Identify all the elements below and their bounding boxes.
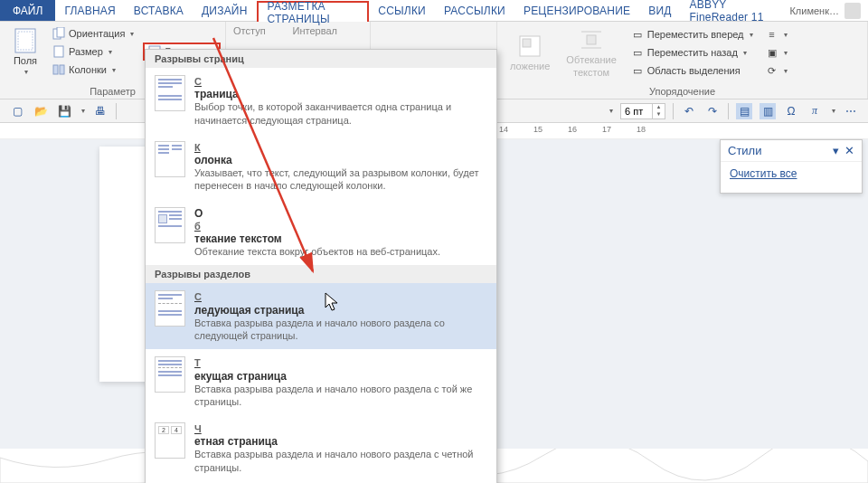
user-name: Клименк… — [789, 5, 839, 16]
ruler-mark: 18 — [637, 125, 646, 134]
qat-more-icon[interactable]: ⋯ — [843, 103, 859, 119]
indent-label: Отступ — [233, 25, 266, 36]
qat-print-icon[interactable]: 🖶 — [92, 103, 108, 119]
thumb-icon — [155, 356, 185, 393]
forward-icon: ▭ — [631, 28, 644, 41]
ribbon-group-arrange: ложение Обтекание текстом ▭Переместить в… — [497, 22, 868, 99]
separator — [673, 103, 674, 119]
rotate-icon: ⟳ — [766, 64, 778, 77]
align-button[interactable]: ≡▾ — [762, 26, 791, 43]
gallery-header-page-breaks: Разрывы страниц — [146, 50, 496, 68]
breaks-gallery: Разрывы страниц СтраницаВыбор точки, в к… — [145, 49, 497, 483]
svg-rect-11 — [587, 35, 596, 44]
thumb-icon — [155, 75, 185, 111]
send-backward-button[interactable]: ▭Переместить назад▾ — [627, 44, 757, 61]
user-area[interactable]: Клименк… — [782, 0, 868, 21]
tab-references[interactable]: ССЫЛКИ — [369, 0, 435, 21]
group-icon: ▣ — [766, 46, 778, 59]
menu-tabs: ФАЙЛ ГЛАВНАЯ ВСТАВКА ДИЗАЙН РАЗМЕТКА СТР… — [0, 0, 868, 22]
rotate-button[interactable]: ⟳▾ — [762, 62, 791, 79]
size-icon — [52, 45, 65, 58]
tab-design[interactable]: ДИЗАЙН — [193, 0, 257, 21]
margins-label: Поля — [14, 55, 37, 66]
tab-file[interactable]: ФАЙЛ — [0, 0, 55, 21]
backward-icon: ▭ — [631, 46, 644, 59]
gallery-header-section-breaks: Разрывы разделов — [146, 265, 496, 283]
svg-rect-3 — [57, 27, 64, 37]
columns-icon — [52, 63, 65, 76]
styles-dropdown-icon[interactable]: ▾ — [833, 144, 839, 157]
gallery-item-page[interactable]: СтраницаВыбор точки, в которой заканчива… — [146, 68, 496, 134]
margins-icon — [13, 28, 38, 53]
qat-view2-icon[interactable]: ▥ — [760, 103, 776, 119]
tab-review[interactable]: РЕЦЕНЗИРОВАНИЕ — [514, 0, 639, 21]
orientation-icon — [52, 27, 65, 40]
qat-new-icon[interactable]: ▢ — [9, 103, 25, 119]
qat-save-icon[interactable]: 💾 — [56, 103, 72, 119]
gallery-item-even-page[interactable]: 24 Четная страницаВставка разрыва раздел… — [146, 415, 496, 481]
chevron-down-icon[interactable]: ▾ — [832, 107, 835, 115]
wrap-button[interactable]: Обтекание текстом — [561, 25, 621, 80]
avatar — [844, 3, 861, 19]
tab-home[interactable]: ГЛАВНАЯ — [55, 0, 124, 21]
align-icon: ≡ — [766, 28, 778, 41]
styles-clear-link[interactable]: Очистить все — [721, 162, 862, 185]
interval-label: Интервал — [293, 25, 337, 36]
gallery-item-continuous[interactable]: Текущая страницаВставка разрыва раздела … — [146, 349, 496, 415]
wrap-icon — [579, 27, 604, 52]
step-up-icon[interactable]: ▲ — [652, 104, 665, 111]
tab-mailings[interactable]: РАССЫЛКИ — [435, 0, 514, 21]
margins-button[interactable]: Поля ▾ — [7, 26, 43, 78]
chevron-down-icon[interactable]: ▾ — [81, 107, 85, 115]
ruler-mark: 14 — [499, 125, 508, 134]
thumb-icon: 24 — [155, 422, 185, 459]
styles-pane: Стили ▾ ✕ Очистить все — [720, 139, 863, 194]
thumb-icon — [155, 290, 185, 327]
spacing-input[interactable] — [621, 106, 652, 117]
gallery-item-next-page[interactable]: Следующая страницаВставка разрыва раздел… — [146, 283, 496, 349]
separator — [728, 103, 729, 119]
gallery-item-column[interactable]: КолонкаУказывает, что текст, следующий з… — [146, 134, 496, 200]
close-icon[interactable]: ✕ — [844, 144, 854, 157]
qat-omega-icon[interactable]: Ω — [783, 103, 799, 119]
qat-open-icon[interactable]: 📂 — [33, 103, 49, 119]
svg-rect-4 — [54, 46, 63, 57]
ruler-mark: 17 — [602, 125, 611, 134]
gallery-item-text-wrap[interactable]: Обтекание текстомОбтекание текста вокруг… — [146, 200, 496, 266]
bring-forward-button[interactable]: ▭Переместить вперед▾ — [627, 26, 757, 43]
qat-redo-icon[interactable]: ↷ — [704, 103, 721, 119]
group-button[interactable]: ▣▾ — [762, 44, 791, 61]
selection-icon: ▭ — [631, 64, 644, 77]
svg-rect-10 — [523, 39, 531, 47]
separator — [116, 103, 117, 119]
svg-rect-5 — [53, 65, 58, 74]
selection-pane-button[interactable]: ▭Область выделения — [627, 62, 757, 79]
thumb-icon — [155, 141, 185, 177]
chevron-down-icon: ▾ — [24, 68, 28, 76]
tab-view[interactable]: ВИД — [639, 0, 680, 21]
orientation-button[interactable]: Ориентация▾ — [49, 25, 137, 42]
tab-insert[interactable]: ВСТАВКА — [125, 0, 193, 21]
size-button[interactable]: Размер▾ — [49, 43, 137, 60]
ruler-mark: 15 — [533, 125, 542, 134]
tab-abbyy[interactable]: ABBYY FineReader 11 — [681, 0, 783, 21]
position-button[interactable]: ложение — [505, 32, 555, 73]
position-icon — [517, 33, 542, 59]
thumb-icon — [155, 207, 185, 243]
ruler-mark: 16 — [568, 125, 577, 134]
tab-page-layout[interactable]: РАЗМЕТКА СТРАНИЦЫ — [257, 1, 370, 22]
styles-title: Стили — [728, 144, 761, 157]
qat-view1-icon[interactable]: ▤ — [736, 103, 752, 119]
group-label-arrange: Упорядочение — [497, 86, 867, 97]
qat-undo-icon[interactable]: ↶ — [681, 103, 697, 119]
spacing-stepper[interactable]: ▲▼ — [620, 103, 665, 119]
svg-rect-6 — [60, 65, 64, 74]
columns-button[interactable]: Колонки▾ — [49, 62, 137, 78]
qat-equation-icon[interactable]: π — [807, 103, 823, 119]
step-down-icon[interactable]: ▼ — [652, 111, 665, 118]
chevron-down-icon[interactable]: ▾ — [609, 107, 613, 115]
